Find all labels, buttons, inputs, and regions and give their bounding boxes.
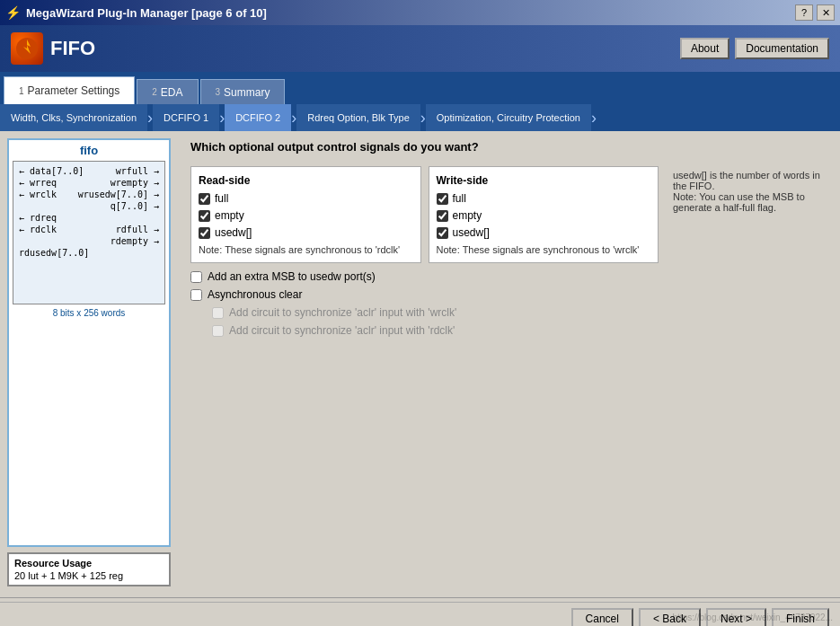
read-note: Note: These signals are synchronous to '… [199, 244, 413, 255]
logo-area: FIFO [11, 32, 95, 65]
signal-row-2: ← wrreq wrempty → [15, 177, 163, 189]
write-empty-checkbox[interactable] [437, 210, 448, 222]
header-buttons: About Documentation [680, 38, 829, 59]
step-dcfifo1[interactable]: DCFIFO 1 [153, 104, 219, 131]
write-note: Note: These signals are synchronous to '… [437, 244, 651, 255]
documentation-button[interactable]: Documentation [735, 38, 829, 59]
resource-title: Resource Usage [14, 558, 164, 569]
sync-rdclk-checkbox[interactable] [212, 325, 224, 337]
write-usedw-row: usedw[] [437, 226, 651, 239]
side-note: usedw[] is the number of words in the FI… [666, 166, 827, 216]
logo-text: FIFO [50, 37, 95, 60]
logo-icon [11, 32, 43, 65]
step-navigation: Width, Clks, Synchronization › DCFIFO 1 … [0, 104, 840, 131]
step-dcfifo2[interactable]: DCFIFO 2 [225, 104, 291, 131]
watermark: https://blog.csdn.net/weixin_44737922... [673, 613, 833, 622]
sync-rdclk-label: Add circuit to synchronize 'aclr' input … [229, 324, 455, 337]
step-width-clks[interactable]: Width, Clks, Synchronization [0, 104, 147, 131]
step-rdreq-blk[interactable]: Rdreq Option, Blk Type [296, 104, 420, 131]
step-arrow-5: › [591, 109, 597, 128]
extra-msb-checkbox[interactable] [190, 271, 202, 283]
async-clear-label: Asynchronous clear [208, 288, 302, 301]
app-icon: ⚡ [5, 5, 21, 20]
write-side-group: Write-side full empty usedw[] Note: Thes… [429, 166, 659, 263]
read-full-label: full [215, 192, 228, 205]
read-usedw-checkbox[interactable] [199, 227, 210, 239]
sync-wrclk-row: Add circuit to synchronize 'aclr' input … [212, 306, 827, 319]
fifo-inner: ← data[7..0] wrfull → ← wrreq wrempty → … [13, 161, 165, 304]
read-empty-checkbox[interactable] [199, 210, 210, 222]
title-bar: ⚡ MegaWizard Plug-In Manager [page 6 of … [0, 0, 840, 25]
fifo-diagram: fifo ← data[7..0] wrfull → ← wrreq wremp… [7, 138, 171, 547]
write-full-checkbox[interactable] [437, 193, 448, 205]
title-text: MegaWizard Plug-In Manager [page 6 of 10… [26, 6, 267, 20]
read-empty-label: empty [215, 209, 244, 222]
write-side-title: Write-side [437, 174, 651, 187]
async-clear-row: Asynchronous clear [190, 288, 827, 301]
header-bar: FIFO About Documentation [0, 25, 840, 72]
write-full-row: full [437, 192, 651, 205]
step-optimization[interactable]: Optimization, Circuitry Protection [426, 104, 591, 131]
write-usedw-checkbox[interactable] [437, 227, 448, 239]
cancel-button[interactable]: Cancel [571, 608, 633, 627]
right-panel: Which optional output control signals do… [178, 131, 840, 594]
resource-value: 20 lut + 1 M9K + 125 reg [14, 570, 164, 581]
separator [0, 597, 840, 598]
tabs-bar: 1 Parameter Settings 2 EDA 3 Summary [0, 72, 840, 104]
signal-row-7: rdempty → [15, 235, 163, 247]
async-clear-checkbox[interactable] [190, 289, 202, 301]
sync-wrclk-checkbox[interactable] [212, 307, 224, 319]
read-side-title: Read-side [199, 174, 413, 187]
write-empty-label: empty [453, 209, 482, 222]
help-button[interactable]: ? [795, 4, 813, 21]
signal-row-1: ← data[7..0] wrfull → [15, 165, 163, 177]
read-side-group: Read-side full empty usedw[] Note: These… [190, 166, 421, 263]
signal-row-6: ← rdclk rdfull → [15, 224, 163, 235]
read-full-checkbox[interactable] [199, 193, 210, 205]
signal-row-3: ← wrclk wrusedw[7..0] → [15, 189, 163, 200]
sync-rdclk-row: Add circuit to synchronize 'aclr' input … [212, 324, 827, 337]
read-empty-row: empty [199, 209, 413, 222]
main-question: Which optional output control signals do… [190, 140, 827, 154]
fifo-title: fifo [13, 144, 165, 157]
signal-row-5: ← rdreq [15, 212, 163, 224]
write-empty-row: empty [437, 209, 651, 222]
tab-summary[interactable]: 3 Summary [200, 79, 286, 104]
fifo-size: 8 bits x 256 words [13, 308, 165, 318]
close-button[interactable]: ✕ [817, 4, 835, 21]
write-usedw-label: usedw[] [453, 226, 490, 239]
read-full-row: full [199, 192, 413, 205]
extra-msb-row: Add an extra MSB to usedw port(s) [190, 270, 827, 283]
read-usedw-row: usedw[] [199, 226, 413, 239]
tab-parameter-settings[interactable]: 1 Parameter Settings [4, 76, 135, 104]
write-full-label: full [453, 192, 466, 205]
main-content: fifo ← data[7..0] wrfull → ← wrreq wremp… [0, 131, 840, 594]
about-button[interactable]: About [680, 38, 729, 59]
resource-box: Resource Usage 20 lut + 1 M9K + 125 reg [7, 552, 171, 586]
extra-options: Add an extra MSB to usedw port(s) Asynch… [190, 270, 827, 337]
sync-wrclk-label: Add circuit to synchronize 'aclr' input … [229, 306, 456, 319]
read-usedw-label: usedw[] [215, 226, 252, 239]
left-panel: fifo ← data[7..0] wrfull → ← wrreq wremp… [0, 131, 178, 594]
extra-msb-label: Add an extra MSB to usedw port(s) [208, 270, 376, 283]
signal-row-8: rdusedw[7..0] [15, 247, 163, 259]
signal-row-4: q[7..0] → [15, 200, 163, 212]
tab-eda[interactable]: 2 EDA [137, 79, 198, 104]
